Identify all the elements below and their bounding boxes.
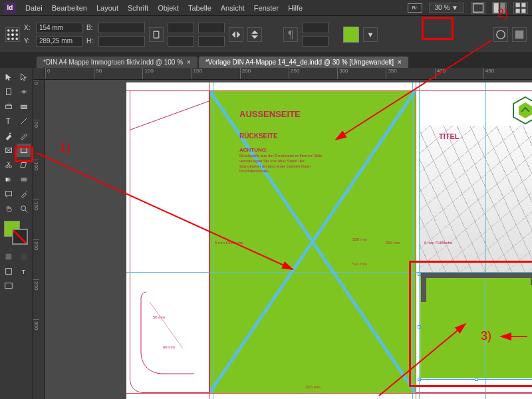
svg-text:T: T xyxy=(5,117,10,125)
rotate-input[interactable] xyxy=(198,23,225,33)
svg-text:T: T xyxy=(21,268,25,275)
svg-point-15 xyxy=(15,37,18,40)
content-collector-tool[interactable] xyxy=(1,100,15,113)
arrange-icon[interactable] xyxy=(513,2,528,14)
pencil-tool[interactable] xyxy=(17,129,31,142)
bridge-button[interactable]: Br xyxy=(408,3,422,13)
dim-label: 520 mm xyxy=(352,237,367,241)
svg-point-27 xyxy=(5,166,8,168)
screen-mode-tool[interactable] xyxy=(1,279,15,293)
preview-view-icon[interactable]: T xyxy=(17,265,31,278)
svg-rect-6 xyxy=(521,9,525,13)
annotation-label-3: 3) xyxy=(481,329,491,343)
stroke-weight-input[interactable] xyxy=(302,23,329,33)
menu-bar: Id Datei Bearbeiten Layout Schrift Objek… xyxy=(0,0,532,16)
stroke-style-input[interactable] xyxy=(302,36,329,47)
arrow-3 xyxy=(497,331,530,342)
annotation-label-2: 2) xyxy=(497,7,508,21)
apply-gradient-icon[interactable] xyxy=(17,250,31,263)
heading-aussenseite: AUSSENSEITE xyxy=(239,109,301,119)
svg-line-22 xyxy=(21,118,27,124)
menu-layout[interactable]: Layout xyxy=(96,4,118,12)
pen-tool[interactable] xyxy=(1,129,15,142)
dim-label: 215 mm xyxy=(306,385,321,389)
y-label: Y: xyxy=(24,37,33,45)
svg-rect-38 xyxy=(5,283,12,289)
scissors-tool[interactable] xyxy=(1,158,15,172)
rectangle-frame-tool[interactable] xyxy=(1,144,15,157)
close-icon[interactable]: × xyxy=(187,59,191,66)
constrain-icon[interactable] xyxy=(149,27,164,42)
annotation-label-1: 1) xyxy=(60,141,70,155)
svg-point-13 xyxy=(7,37,10,40)
note-tool[interactable] xyxy=(1,188,15,201)
svg-point-28 xyxy=(9,166,11,168)
svg-rect-20 xyxy=(21,105,27,108)
menu-tabelle[interactable]: Tabelle xyxy=(188,4,211,12)
hand-tool[interactable] xyxy=(1,202,15,215)
svg-rect-4 xyxy=(521,3,525,7)
menu-datei[interactable]: Datei xyxy=(25,4,43,12)
app-icon: Id xyxy=(4,2,16,14)
y-input[interactable] xyxy=(36,36,82,47)
line-tool[interactable] xyxy=(17,114,31,128)
svg-rect-5 xyxy=(516,9,520,13)
paragraph-icon[interactable]: ¶ xyxy=(283,27,298,42)
dim-label: 510 mm xyxy=(386,241,400,245)
menu-ansicht[interactable]: Ansicht xyxy=(221,4,245,12)
heading-rueckseite: RÜCKSEITE xyxy=(239,132,278,140)
x-input[interactable] xyxy=(36,23,82,33)
menu-objekt[interactable]: Objekt xyxy=(158,4,179,12)
gradient-swatch-tool[interactable] xyxy=(1,173,15,186)
zoom-tool[interactable] xyxy=(17,202,31,215)
zoom-level[interactable]: 30 % ▼ xyxy=(429,3,464,13)
eyedropper-tool[interactable] xyxy=(17,188,31,201)
scale-y-input[interactable] xyxy=(168,36,194,47)
type-tool[interactable]: T xyxy=(1,114,15,128)
flip-h-icon[interactable] xyxy=(229,27,243,42)
svg-rect-36 xyxy=(5,269,11,275)
gap-tool[interactable] xyxy=(17,85,31,98)
apply-color-icon[interactable] xyxy=(1,250,15,263)
svg-rect-17 xyxy=(515,30,524,39)
color-swatches[interactable] xyxy=(4,221,28,245)
arrow-3b xyxy=(372,316,479,399)
svg-line-33 xyxy=(25,210,27,213)
selection-tool[interactable] xyxy=(1,70,15,84)
svg-point-7 xyxy=(7,29,10,31)
svg-rect-35 xyxy=(21,254,27,260)
page-tool[interactable] xyxy=(1,85,15,98)
view-mode-icon[interactable] xyxy=(471,2,485,14)
flip-v-icon[interactable] xyxy=(247,27,262,42)
svg-point-32 xyxy=(21,206,25,211)
svg-rect-34 xyxy=(5,254,11,260)
content-placer-tool[interactable] xyxy=(17,100,31,113)
h-label: H: xyxy=(86,37,96,45)
menu-hilfe[interactable]: Hilfe xyxy=(288,4,303,12)
menu-fenster[interactable]: Fenster xyxy=(254,4,279,12)
normal-view-icon[interactable] xyxy=(1,265,15,278)
w-input[interactable] xyxy=(98,23,145,33)
svg-rect-19 xyxy=(5,105,11,108)
stroke-color-swatch[interactable] xyxy=(12,229,28,245)
svg-rect-29 xyxy=(5,178,11,181)
immo-logo xyxy=(512,96,532,125)
svg-rect-3 xyxy=(516,3,520,7)
h-input[interactable] xyxy=(98,36,145,47)
svg-rect-18 xyxy=(6,89,11,95)
opacity-icon[interactable] xyxy=(512,27,527,42)
flap-fold-lines xyxy=(140,289,200,378)
svg-line-44 xyxy=(379,324,466,396)
shear-input[interactable] xyxy=(198,36,225,47)
menu-schrift[interactable]: Schrift xyxy=(128,4,148,12)
arrow-1 xyxy=(30,150,303,283)
tab-1[interactable]: *DIN A4 Mappe Immogruen fiktiv.indd @ 10… xyxy=(37,57,198,68)
scale-x-input[interactable] xyxy=(168,23,194,33)
w-label: B: xyxy=(86,24,96,31)
gradient-feather-tool[interactable] xyxy=(17,173,31,186)
menu-bearbeiten[interactable]: Bearbeiten xyxy=(52,4,87,12)
svg-rect-30 xyxy=(21,178,27,181)
direct-selection-tool[interactable] xyxy=(17,70,31,84)
reference-point-icon[interactable] xyxy=(5,27,20,42)
ruler-origin[interactable] xyxy=(33,68,45,80)
